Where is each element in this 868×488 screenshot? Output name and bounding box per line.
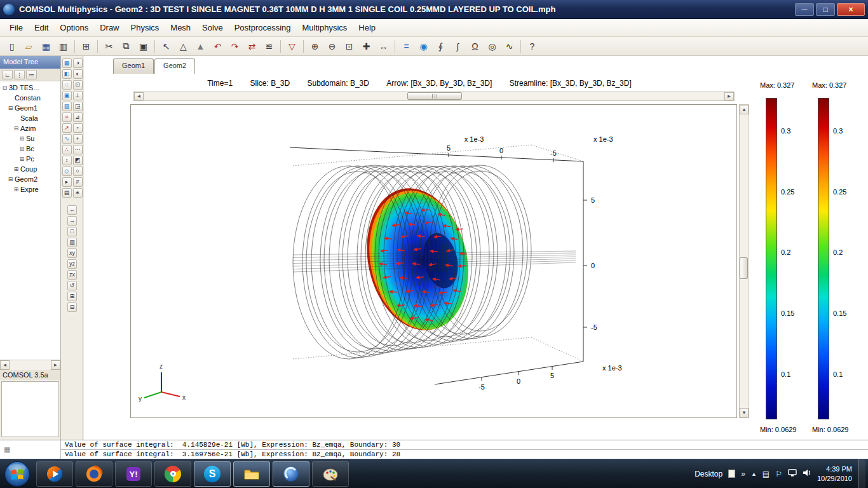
tray-volume-icon[interactable] [803,468,811,479]
menu-draw[interactable]: Draw [94,20,125,35]
print-plot-button[interactable]: ▥ [67,238,77,247]
particle-tracing-button[interactable]: ∴ [62,145,72,154]
interior-boundaries-button[interactable]: ◩ [73,156,83,165]
animate-button[interactable]: ▸ [62,177,72,187]
zoom-out-button[interactable]: ⊖ [324,39,340,54]
decrease-detail-button[interactable]: ⊟ [67,302,77,312]
view-default-button[interactable]: ↺ [67,281,77,290]
zoom-window-button[interactable]: ⊡ [341,39,357,54]
tree-item-3d-tes-[interactable]: ⊟3D TES... [0,83,60,93]
vertical-scrollbar[interactable]: ▲ ▼ [739,104,749,418]
subdomain-plot-button[interactable]: ▣ [62,91,72,100]
boundary-plot-button[interactable]: ▨ [62,102,72,111]
tree-item-geom2[interactable]: ⊟Geom2 [0,174,60,184]
tree-item-coup[interactable]: ⊞Coup [0,164,60,174]
headlight-button[interactable]: ◑ [73,58,83,68]
model-navigator-button[interactable]: ⊞ [78,39,94,54]
taskbar-clock[interactable]: 4:39 PM 10/29/2010 [817,464,852,484]
projection-toggle-button[interactable]: □ [67,227,77,236]
tree-minus-icon[interactable]: ⊟ [7,105,14,111]
union-button[interactable]: ≌ [261,39,277,54]
tray-flag-icon[interactable]: ⚐ [775,470,782,478]
menu-postprocessing[interactable]: Postprocessing [229,20,297,35]
view-xy-button[interactable]: xy [67,248,77,258]
camera-tool-button[interactable]: # [73,177,83,187]
close-button[interactable]: × [837,3,865,16]
isosurface-plot-button[interactable]: ◌ [62,80,72,90]
restore-button[interactable]: □ [816,3,835,16]
save-button[interactable]: ▦ [38,39,54,54]
initialize-mesh-button[interactable]: ▽ [284,39,300,54]
menu-file[interactable]: File [4,20,29,35]
menu-multiphysics[interactable]: Multiphysics [297,20,353,35]
tree-item-constan[interactable]: Constan [0,93,60,103]
menu-physics[interactable]: Physics [125,20,165,35]
scroll-right-icon[interactable]: ► [724,92,734,100]
taskbar-yahoo-icon[interactable]: Y! [115,461,152,487]
taskbar-explorer-icon[interactable] [233,461,270,487]
wireframe-toggle-button[interactable]: ○ [73,166,83,176]
deformed-shape-button[interactable]: ◇ [62,166,72,176]
draw-solid-button[interactable]: ▲ [193,39,208,54]
cross-section-plot-button[interactable]: ◎ [484,39,500,54]
tree-item-scala[interactable]: Scala [0,113,60,123]
subdomain-integration-button[interactable]: ∫ [450,39,466,54]
tree-plus-icon[interactable]: ⊞ [18,135,25,142]
perspective-view-button[interactable]: ◲ [73,102,83,111]
point-evaluation-button[interactable]: Ω [467,39,483,54]
toolbar-overflow-icon[interactable]: » [741,470,745,478]
paste-button[interactable]: ▣ [135,39,151,54]
contour-plot-button[interactable]: ≡ [62,112,72,122]
model-tree-scrollbar[interactable]: ◄ ► [0,360,60,370]
view-yz-button[interactable]: yz [67,259,77,269]
print-button[interactable]: ▥ [55,39,71,54]
tree-item-azim[interactable]: ⊟Azim [0,123,60,133]
show-desktop-button[interactable] [858,459,865,488]
rotate-cw-button[interactable]: ↷ [227,39,243,54]
tree-item-bc[interactable]: ⊞Bc [0,144,60,154]
taskbar-skype-icon[interactable]: S [194,461,231,487]
rotate-ccw-button[interactable]: ↶ [210,39,226,54]
menu-help[interactable]: Help [353,20,381,35]
tray-document-icon[interactable]: ▤ [763,470,770,478]
pan-button[interactable]: ↔ [376,39,391,54]
view-zx-button[interactable]: zx [67,270,77,280]
tree-minus-icon[interactable]: ⊟ [7,176,14,182]
cut-button[interactable]: ✂ [101,39,117,54]
tree-item-su[interactable]: ⊞Su [0,133,60,144]
scroll-down-icon[interactable]: ▼ [740,408,749,417]
zoom-box-button[interactable]: ⊡ [73,80,83,90]
tray-display-icon[interactable] [788,468,797,479]
scene-light-button[interactable]: ◐ [73,69,83,79]
select-pointer-button[interactable]: ↖ [158,39,174,54]
taskbar-firefox-icon[interactable] [76,461,112,487]
geometry-edges-button[interactable]: ▫ [73,123,83,133]
scroll-right-icon[interactable]: ► [51,360,60,370]
menu-options[interactable]: Options [54,20,94,35]
view-back-button[interactable]: ← [67,205,77,215]
boundary-integration-button[interactable]: ∮ [433,39,449,54]
plot-parameters-button[interactable]: ◉ [416,39,431,54]
slice-plot-button[interactable]: ◧ [62,69,72,79]
axes-toggle-button[interactable]: + [73,134,83,144]
scroll-track[interactable] [740,114,749,408]
tree-plus-icon[interactable]: ⊞ [13,186,20,193]
orbit-tool-button[interactable]: ⊥ [73,91,83,100]
horizontal-scrollbar[interactable]: ◄ ► [133,92,735,101]
scroll-track[interactable] [144,92,724,100]
grid-toggle-button[interactable]: ⋯ [73,145,83,154]
taskbar-chrome-icon[interactable] [154,461,191,487]
tree-item-pc[interactable]: ⊞Pc [0,154,60,164]
tree-minus-icon[interactable]: ⊟ [13,125,20,132]
taskbar-paint-icon[interactable] [312,461,349,487]
tree-item-expre[interactable]: ⊞Expre [0,184,60,194]
tree-detail-button[interactable]: ≔ [26,70,37,79]
draw-point-button[interactable]: △ [175,39,191,54]
plot-parameters-quick-button[interactable]: ▦ [62,58,72,68]
tab-geom1[interactable]: Geom1 [113,58,154,74]
start-button[interactable] [4,461,31,487]
tab-geom2[interactable]: Geom2 [154,58,195,74]
streamline-plot-button[interactable]: ∿ [62,134,72,144]
max-min-marker-button[interactable]: ↕ [62,156,72,165]
solve-button[interactable]: = [398,39,414,54]
